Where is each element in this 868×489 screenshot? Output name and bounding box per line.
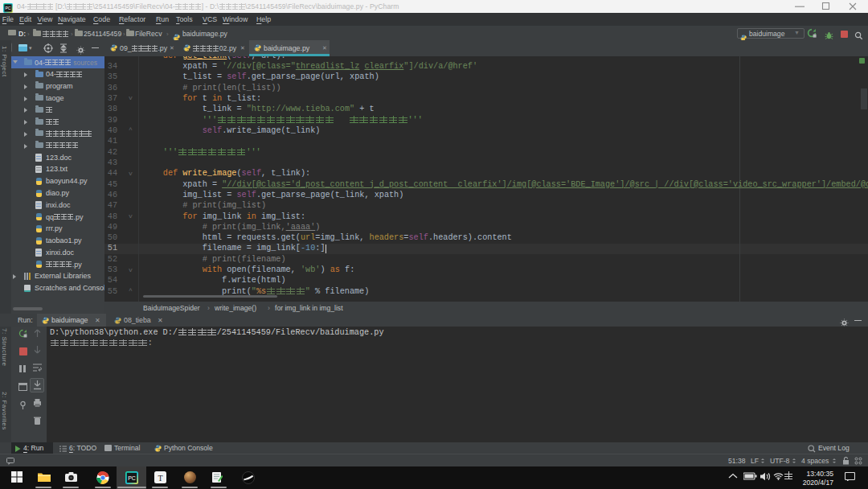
svg-text:PC: PC: [128, 475, 136, 481]
svg-text:PC: PC: [5, 6, 10, 10]
svg-text:T: T: [158, 474, 162, 483]
